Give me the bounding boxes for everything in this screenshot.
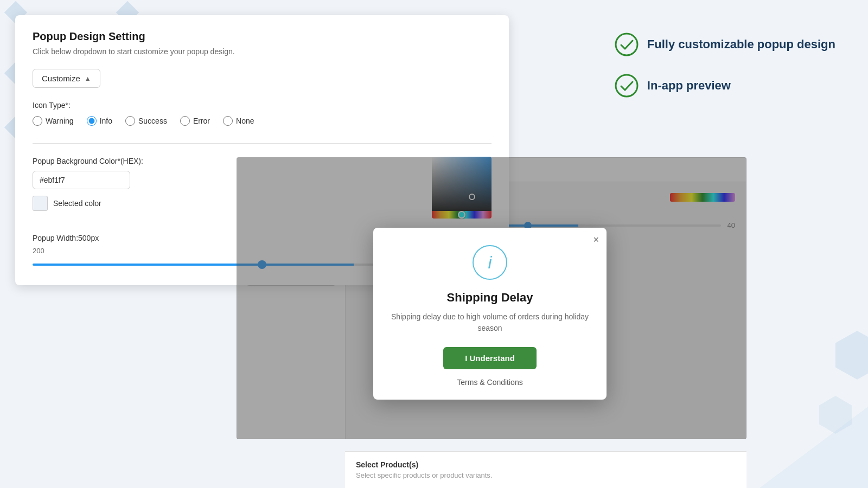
radio-error-input[interactable] <box>180 116 190 126</box>
section-divider <box>33 143 492 144</box>
panel-title: Popup Design Setting <box>33 30 492 43</box>
radio-error[interactable]: Error <box>180 116 210 126</box>
svg-point-1 <box>616 75 637 97</box>
select-products-subtitle: Select specific products or product vari… <box>356 471 736 479</box>
radio-warning-label: Warning <box>46 117 74 125</box>
radio-none-label: None <box>236 117 254 125</box>
radio-success-input[interactable] <box>125 116 135 126</box>
hexagon-2 <box>819 396 852 434</box>
color-swatch <box>33 196 48 211</box>
svg-point-0 <box>616 34 637 55</box>
customize-dropdown[interactable]: Customize ▲ <box>33 69 100 88</box>
hexagon-1 <box>835 331 868 380</box>
features-panel: Fully customizable popup design In-app p… <box>615 33 835 115</box>
radio-warning[interactable]: Warning <box>33 116 74 126</box>
radio-none-input[interactable] <box>223 116 233 126</box>
checkmark-icon-1 <box>615 33 639 56</box>
terms-link[interactable]: Terms & Conditions <box>391 378 589 387</box>
modal-title: Shipping Delay <box>391 291 589 305</box>
radio-info-input[interactable] <box>87 116 97 126</box>
select-products-title: Select Product(s) <box>356 460 736 469</box>
radio-error-label: Error <box>193 117 210 125</box>
customize-label: Customize <box>42 74 80 83</box>
modal-body: Shipping delay due to high volume of ord… <box>391 311 589 334</box>
radio-info-label: Info <box>100 117 112 125</box>
icon-type-label: Icon Type*: <box>33 101 492 110</box>
panel-subtitle: Click below dropdown to start customize … <box>33 47 492 56</box>
info-letter: i <box>488 253 492 273</box>
modal-close-button[interactable]: × <box>593 234 599 246</box>
radio-warning-input[interactable] <box>33 116 42 126</box>
feature-text-1: Fully customizable popup design <box>647 37 835 52</box>
radio-none[interactable]: None <box>223 116 254 126</box>
feature-text-2: In-app preview <box>647 79 731 93</box>
radio-info[interactable]: Info <box>87 116 112 126</box>
understand-button[interactable]: I Understand <box>443 347 537 369</box>
checkmark-icon-2 <box>615 74 639 98</box>
radio-success-label: Success <box>138 117 167 125</box>
feature-preview: In-app preview <box>615 74 835 98</box>
modal-info-icon: i <box>473 245 507 280</box>
selected-color-label: Selected color <box>53 199 101 208</box>
icon-type-group: Warning Info Success Error None <box>33 116 492 126</box>
triangle-decoration <box>760 407 868 488</box>
select-products-section: Select Product(s) Select specific produc… <box>345 451 746 488</box>
color-hex-input[interactable] <box>33 171 130 189</box>
feature-customizable: Fully customizable popup design <box>615 33 835 56</box>
dropdown-arrow-icon: ▲ <box>85 75 91 82</box>
radio-success[interactable]: Success <box>125 116 167 126</box>
preview-modal: × i Shipping Delay Shipping delay due to… <box>373 228 607 400</box>
